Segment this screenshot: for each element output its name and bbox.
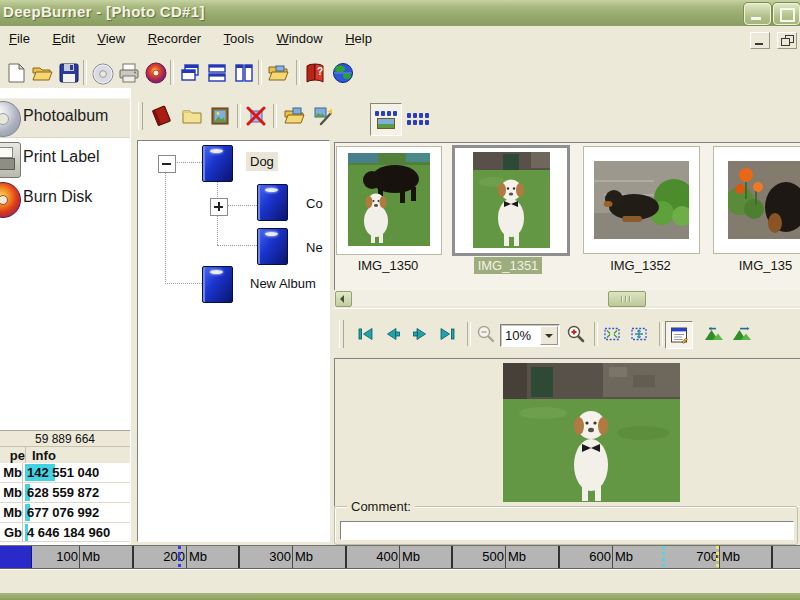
tree-item-ne[interactable]: Ne	[302, 238, 327, 257]
album-book-icon[interactable]	[257, 184, 288, 221]
maximize-icon	[780, 8, 795, 22]
disc-type: Gb	[0, 523, 23, 542]
column-info[interactable]: Info	[32, 447, 56, 464]
burn-cd-button[interactable]	[143, 60, 169, 86]
sidebar-item-label: Print Label	[23, 148, 100, 166]
scrollbar-thumb[interactable]	[608, 291, 646, 307]
scroll-left-button[interactable]	[335, 291, 352, 307]
open-project-button[interactable]	[29, 60, 55, 86]
rotate-left-button[interactable]	[702, 322, 726, 346]
capacity-unit: Mb	[402, 549, 420, 564]
expand-toggle[interactable]	[210, 198, 228, 216]
menu-recorder[interactable]: Recorder	[139, 26, 210, 52]
sidebar-item-label: Photoalbum	[23, 107, 108, 125]
tile-horizontal-button[interactable]	[204, 60, 230, 86]
menu-view[interactable]: View	[88, 26, 134, 52]
website-button[interactable]	[330, 60, 356, 86]
zoom-level-combo[interactable]	[500, 324, 560, 347]
menu-file[interactable]: File	[0, 26, 39, 52]
sidebar-item-photoalbum[interactable]: Photoalbum	[0, 98, 130, 138]
add-folder-of-images-button[interactable]	[281, 103, 307, 129]
new-folder-button[interactable]	[179, 103, 205, 129]
zoom-in-button[interactable]	[564, 322, 588, 346]
burn-disc-icon	[145, 62, 167, 84]
thumbnail-label: IMG_1352	[583, 258, 698, 273]
sidebar-item-print-label[interactable]: Print Label	[0, 140, 130, 178]
thumbnail-img-1350[interactable]	[336, 146, 442, 255]
print-button[interactable]	[116, 60, 142, 86]
menu-window[interactable]: Window	[267, 26, 331, 52]
zoom-out-button[interactable]	[474, 322, 498, 346]
thumbnail-label: IMG_1350	[336, 258, 440, 273]
album-book-icon[interactable]	[257, 228, 288, 265]
mdi-minimize-button[interactable]	[750, 32, 770, 49]
image-preview-pane[interactable]	[334, 358, 800, 507]
comment-input[interactable]	[340, 521, 794, 540]
title-bar[interactable]: DeepBurner - [Photo CD#1]	[0, 0, 800, 26]
preview-photo-img-1351	[503, 363, 680, 502]
first-image-button[interactable]	[354, 322, 378, 346]
mdi-restore-button[interactable]	[777, 32, 797, 49]
properties-button[interactable]	[665, 321, 693, 349]
tile-vertical-icon	[233, 62, 255, 84]
rotate-right-button[interactable]	[730, 322, 754, 346]
thumbnail-img-1352[interactable]	[583, 146, 700, 254]
photo-img-1353	[728, 161, 800, 239]
save-project-button[interactable]	[56, 60, 82, 86]
disc-row-1[interactable]: Mb 142 551 040	[0, 463, 130, 483]
combo-dropdown-button[interactable]	[540, 326, 558, 345]
photo-img-1352	[594, 161, 689, 239]
menu-tools[interactable]: Tools	[215, 26, 263, 52]
menu-edit[interactable]: Edit	[43, 26, 83, 52]
disc-capacity-bar[interactable]: 100 Mb 200 Mb 300 Mb 400 Mb 500 Mb 600 M…	[0, 545, 800, 569]
disc-row-4[interactable]: Gb 4 646 184 960	[0, 523, 130, 542]
browse-folder-button[interactable]	[265, 60, 291, 86]
album-book-icon[interactable]	[202, 145, 233, 182]
new-album-button[interactable]	[148, 103, 174, 129]
tile-vertical-button[interactable]	[231, 60, 257, 86]
help-button[interactable]: ?	[302, 60, 328, 86]
thumbnail-scrollbar[interactable]	[334, 290, 800, 306]
minus-icon	[162, 163, 171, 165]
web-globe-icon	[332, 62, 354, 84]
next-image-button[interactable]	[408, 322, 432, 346]
thumbnail-img-1353[interactable]	[713, 146, 800, 254]
disc-type: Mb	[0, 503, 23, 522]
list-view-button[interactable]	[403, 103, 433, 134]
maximize-button[interactable]	[773, 3, 800, 25]
menu-help[interactable]: Help	[336, 26, 381, 52]
previous-image-button[interactable]	[381, 322, 405, 346]
zoom-level-input[interactable]	[503, 326, 543, 345]
thumbnail-label-selected: IMG_1351	[452, 258, 564, 273]
disc-row-3[interactable]: Mb 677 076 992	[0, 503, 130, 523]
column-type[interactable]: pe	[0, 447, 26, 464]
disc-row-2[interactable]: Mb 628 559 872	[0, 483, 130, 503]
tile-horizontal-icon	[206, 62, 228, 84]
add-image-button[interactable]	[207, 103, 233, 129]
data-cd-button[interactable]	[90, 61, 116, 87]
new-project-button[interactable]	[3, 60, 29, 86]
thumbnails-view-button[interactable]	[370, 103, 402, 136]
tree-item-co[interactable]: Co	[302, 194, 327, 213]
cd-icon	[91, 62, 115, 86]
capacity-tick-label: 100	[34, 549, 78, 564]
minimize-button[interactable]	[744, 3, 771, 25]
toolbar-grip[interactable]	[339, 320, 344, 348]
new-document-icon	[5, 62, 27, 84]
thumbnail-strip: IMG_1350 IMG_1351 IMG_1352 IMG_135	[334, 142, 800, 291]
cascade-windows-button[interactable]	[177, 60, 203, 86]
tree-item-dog[interactable]: Dog	[246, 152, 278, 171]
thumbnail-img-1351-selected[interactable]	[452, 145, 570, 256]
sidebar-item-burn-disk[interactable]: Burn Disk	[0, 180, 130, 218]
actual-size-button[interactable]	[627, 322, 651, 346]
toolbar-grip[interactable]	[138, 102, 143, 130]
album-book-icon[interactable]	[202, 266, 233, 303]
collapse-toggle[interactable]	[158, 155, 176, 173]
fit-to-window-button[interactable]	[600, 322, 624, 346]
tree-item-new-album[interactable]: New Album	[246, 274, 320, 293]
last-arrow-icon	[437, 326, 457, 342]
mdi-minimize-icon	[755, 43, 763, 45]
album-tree[interactable]: Dog Co Ne New Album	[137, 140, 330, 542]
delete-button[interactable]	[243, 103, 269, 129]
last-image-button[interactable]	[435, 322, 459, 346]
